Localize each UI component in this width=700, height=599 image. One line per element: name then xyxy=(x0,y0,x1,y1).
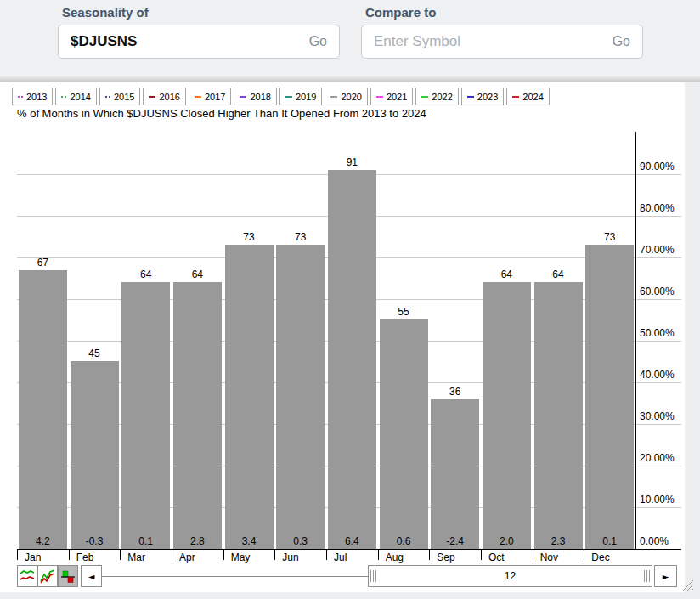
bar-value-label: 91 xyxy=(326,156,378,168)
bar-jan xyxy=(19,270,67,549)
month-label: Jul xyxy=(334,551,347,563)
seasonality-app: { "header": { "seasonality_label": "Seas… xyxy=(0,0,700,599)
month-label: Dec xyxy=(591,551,609,563)
month-tick xyxy=(584,549,584,560)
compare-form: Compare to Go xyxy=(361,5,643,59)
scrollbar-thumb[interactable]: 12 xyxy=(368,565,652,587)
month-tick xyxy=(17,549,18,560)
bar-footer-value: 2.3 xyxy=(533,535,584,547)
y-axis-label: 80.00% xyxy=(640,202,675,214)
performance-chart-icon xyxy=(39,568,56,585)
seasonality-input-box: Go xyxy=(58,25,340,59)
scroll-right-button[interactable]: ► xyxy=(654,565,677,587)
month-label: May xyxy=(231,551,251,563)
y-axis-label: 60.00% xyxy=(640,285,675,297)
histogram-chart-icon xyxy=(59,568,76,585)
chart-panel: 2013201420152016201720182019202020212022… xyxy=(0,82,685,592)
bar-footer-value: -2.4 xyxy=(429,535,481,547)
bar-oct xyxy=(483,282,531,549)
thumb-grip-left-icon xyxy=(370,570,376,582)
y-axis-label: 20.00% xyxy=(640,452,675,464)
bar-value-label: 64 xyxy=(481,268,533,280)
plot-area: 0.00%10.00%20.00%30.00%40.00%50.00%60.00… xyxy=(0,82,685,592)
bar-footer-value: 0.1 xyxy=(120,535,172,547)
bar-jun xyxy=(276,245,325,549)
bar-value-label: 64 xyxy=(172,268,223,280)
bar-footer-value: -0.3 xyxy=(69,535,121,547)
y-axis-label: 50.00% xyxy=(640,327,675,339)
seasonality-symbol-input[interactable] xyxy=(71,33,309,50)
header-divider xyxy=(0,75,700,82)
histogram-chart-type-button[interactable] xyxy=(58,565,78,587)
month-label: Feb xyxy=(76,551,94,563)
bar-feb xyxy=(71,361,119,549)
bar-value-label: 55 xyxy=(378,306,430,318)
bar-apr xyxy=(173,282,222,549)
resize-handle-icon[interactable] xyxy=(680,577,695,592)
month-label: Jan xyxy=(25,551,41,563)
bar-value-label: 45 xyxy=(69,348,121,359)
bar-footer-value: 3.4 xyxy=(223,535,275,547)
bar-value-label: 36 xyxy=(429,386,481,398)
y-axis-label: 30.00% xyxy=(640,410,675,422)
bar-aug xyxy=(380,319,428,549)
month-label: Sep xyxy=(437,551,454,563)
seasonality-form: Seasonality of Go xyxy=(58,5,340,59)
bar-dec xyxy=(585,245,634,549)
y-axis-label: 40.00% xyxy=(640,369,675,381)
compare-symbol-input[interactable] xyxy=(374,33,612,50)
bar-footer-value: 0.6 xyxy=(378,535,430,547)
month-label: Nov xyxy=(540,551,558,563)
bar-footer-value: 2.0 xyxy=(481,535,533,547)
bar-value-label: 64 xyxy=(120,268,172,280)
seasonality-label: Seasonality of xyxy=(62,5,340,20)
y-axis-line xyxy=(635,132,636,550)
month-label: Aug xyxy=(386,551,404,563)
bar-footer-value: 4.2 xyxy=(17,535,69,547)
scroll-left-button[interactable]: ◄ xyxy=(81,565,102,587)
month-tick xyxy=(533,549,533,560)
month-label: Oct xyxy=(488,551,505,563)
month-tick xyxy=(429,549,430,560)
x-axis-line xyxy=(17,549,681,550)
compare-label: Compare to xyxy=(365,5,643,20)
bar-footer-value: 0.3 xyxy=(274,535,326,547)
bar-value-label: 73 xyxy=(274,231,326,243)
bar-footer-value: 2.8 xyxy=(172,535,223,547)
month-tick xyxy=(69,549,70,560)
bar-jul xyxy=(328,170,376,549)
month-tick xyxy=(223,549,224,560)
line-chart-type-button[interactable] xyxy=(17,565,37,587)
y-axis-label: 70.00% xyxy=(640,244,675,256)
bar-sep xyxy=(431,399,479,549)
bar-may xyxy=(225,245,274,549)
y-axis-label: 90.00% xyxy=(640,161,675,172)
month-tick xyxy=(326,549,327,560)
performance-chart-type-button[interactable] xyxy=(37,565,58,587)
bar-value-label: 73 xyxy=(223,231,275,243)
symbol-forms-header: Seasonality of Go Compare to Go xyxy=(0,0,700,75)
month-tick xyxy=(172,549,172,560)
bar-value-label: 67 xyxy=(17,257,69,268)
month-label: Mar xyxy=(127,551,145,563)
seasonality-go-button[interactable]: Go xyxy=(309,34,327,49)
month-label: Jun xyxy=(282,551,298,563)
month-label: Apr xyxy=(179,551,195,563)
y-axis-label: 0.00% xyxy=(640,535,669,547)
compare-input-box: Go xyxy=(361,25,643,59)
bar-footer-value: 6.4 xyxy=(326,535,378,547)
bar-value-label: 64 xyxy=(533,268,584,280)
thumb-grip-right-icon xyxy=(644,570,650,582)
bar-nov xyxy=(534,282,583,549)
bar-footer-value: 0.1 xyxy=(584,535,635,547)
y-axis-label: 10.00% xyxy=(640,494,675,506)
bar-mar xyxy=(121,282,170,549)
scrollbar-value: 12 xyxy=(505,570,516,582)
month-tick xyxy=(481,549,482,560)
compare-go-button[interactable]: Go xyxy=(612,34,630,49)
line-chart-icon xyxy=(19,568,36,585)
month-tick xyxy=(274,549,275,560)
month-tick xyxy=(378,549,379,560)
scrollbar-track[interactable] xyxy=(102,576,368,577)
bar-value-label: 73 xyxy=(584,231,635,243)
